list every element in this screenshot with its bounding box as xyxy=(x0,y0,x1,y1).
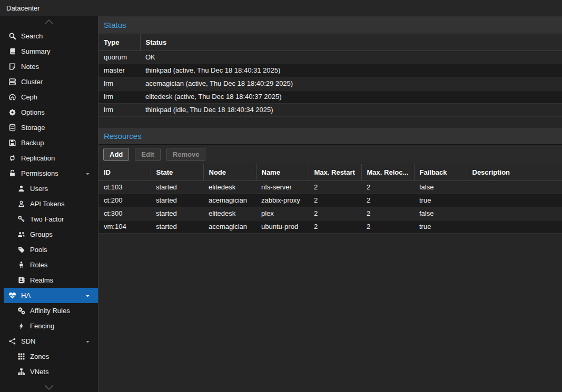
sidebar-item-replication[interactable]: Replication xyxy=(4,150,98,166)
cell: 2 xyxy=(309,180,361,194)
sidebar-item-label: Two Factor xyxy=(30,215,64,223)
resources-toolbar: AddEditRemove xyxy=(98,145,562,164)
sidebar-item-vnets[interactable]: VNets xyxy=(4,364,98,379)
cell: ubuntu-prod xyxy=(256,220,309,233)
table-row[interactable]: lrmthinkpad (idle, Thu Dec 18 18:40:34 2… xyxy=(98,103,562,116)
gears-icon xyxy=(17,307,25,315)
cell: started xyxy=(151,220,203,233)
tag-icon xyxy=(17,246,25,254)
table-row[interactable]: lrmacemagician (active, Thu Dec 18 18:40… xyxy=(98,77,562,90)
column-header-description[interactable]: Description xyxy=(467,164,562,180)
sidebar-item-backup[interactable]: Backup xyxy=(4,135,98,150)
column-header-state[interactable]: State xyxy=(151,164,203,180)
sidebar-item-zones[interactable]: Zones xyxy=(4,349,98,364)
table-row[interactable]: lrmelitedesk (active, Thu Dec 18 18:40:3… xyxy=(98,90,562,103)
sidebar-item-summary[interactable]: Summary xyxy=(4,44,98,59)
users-icon xyxy=(17,230,25,238)
resources-panel-title: Resources xyxy=(104,132,142,140)
sidebar-item-label: Notes xyxy=(21,63,39,71)
sidebar-item-cluster[interactable]: Cluster xyxy=(4,74,98,89)
cell: elitedesk (active, Thu Dec 18 18:40:37 2… xyxy=(140,90,562,103)
cell: quorum xyxy=(98,51,140,64)
male-icon xyxy=(17,261,25,269)
cell xyxy=(467,220,562,233)
cell: 2 xyxy=(361,220,414,233)
scroll-down-indicator[interactable] xyxy=(0,379,98,392)
cell: 2 xyxy=(361,207,414,220)
column-header-name[interactable]: Name xyxy=(256,164,309,180)
sidebar-item-permissions[interactable]: Permissions xyxy=(4,166,98,181)
cell xyxy=(467,194,562,207)
sidebar-item-two-factor[interactable]: Two Factor xyxy=(4,212,98,227)
table-row[interactable]: quorumOK xyxy=(98,51,562,64)
sidebar-item-storage[interactable]: Storage xyxy=(4,120,98,135)
scroll-up-indicator[interactable] xyxy=(0,16,98,28)
cell: 2 xyxy=(309,220,361,233)
sidebar-item-sdn[interactable]: SDN xyxy=(4,334,98,349)
column-header-max-reloc[interactable]: Max. Reloc... xyxy=(361,164,414,180)
sidebar-item-api-tokens[interactable]: API Tokens xyxy=(4,196,98,212)
table-row[interactable]: vm:104startedacemagicianubuntu-prod22tru… xyxy=(98,220,562,233)
sidebar-item-label: VNets xyxy=(30,368,48,376)
column-header-failback[interactable]: Failback xyxy=(414,164,467,180)
table-row[interactable]: masterthinkpad (active, Thu Dec 18 18:40… xyxy=(98,64,562,77)
table-row[interactable]: ct:300startedelitedeskplex22false xyxy=(98,207,562,220)
sidebar-item-pools[interactable]: Pools xyxy=(4,242,98,257)
sidebar-item-realms[interactable]: Realms xyxy=(4,273,98,288)
cell: started xyxy=(151,207,203,220)
sidebar-item-label: Groups xyxy=(30,230,53,238)
cell: thinkpad (idle, Thu Dec 18 18:40:34 2025… xyxy=(140,103,562,116)
cell: lrm xyxy=(98,90,140,103)
heartbeat-icon xyxy=(8,292,16,299)
chevron-down-icon[interactable] xyxy=(85,338,91,346)
sidebar-item-label: Replication xyxy=(21,154,55,162)
column-header-id[interactable]: ID xyxy=(98,164,151,180)
table-row[interactable]: ct:200startedacemagicianzabbix-proxy22tr… xyxy=(98,194,562,207)
sidebar-item-fencing[interactable]: Fencing xyxy=(4,318,98,334)
sidebar-item-roles[interactable]: Roles xyxy=(4,257,98,273)
cell: 2 xyxy=(361,180,414,194)
sidebar-item-users[interactable]: Users xyxy=(4,181,98,196)
sitemap-icon xyxy=(17,368,25,376)
sidebar-item-label: Cluster xyxy=(21,78,43,86)
sidebar-item-label: Storage xyxy=(21,124,45,132)
chevron-down-icon[interactable] xyxy=(85,293,91,300)
chevron-down-icon[interactable] xyxy=(85,170,91,178)
edit-button[interactable]: Edit xyxy=(135,148,161,161)
cell: elitedesk xyxy=(203,207,256,220)
sidebar-item-affinity-rules[interactable]: Affinity Rules xyxy=(4,303,98,318)
remove-button[interactable]: Remove xyxy=(166,148,206,161)
column-header-type[interactable]: Type xyxy=(98,34,140,51)
column-header-max-restart[interactable]: Max. Restart xyxy=(309,164,361,180)
sidebar-item-options[interactable]: Options xyxy=(4,105,98,120)
cell xyxy=(467,180,562,194)
add-button[interactable]: Add xyxy=(103,148,129,161)
column-header-status[interactable]: Status xyxy=(140,34,562,51)
sidebar-item-search[interactable]: Search xyxy=(4,28,98,44)
page-title: Datacenter xyxy=(6,4,40,12)
sidebar-item-label: Search xyxy=(21,32,43,40)
server-icon xyxy=(8,78,16,86)
sidebar-item-groups[interactable]: Groups xyxy=(4,227,98,242)
sidebar-item-notes[interactable]: Notes xyxy=(4,59,98,74)
sidebar-item-label: Ceph xyxy=(21,93,37,101)
note-icon xyxy=(8,63,16,71)
cell: false xyxy=(414,180,467,194)
sidebar-item-ceph[interactable]: Ceph xyxy=(4,89,98,105)
sidebar: SearchSummaryNotesClusterCephOptionsStor… xyxy=(0,16,98,392)
cell: 2 xyxy=(309,207,361,220)
resources-panel: Resources AddEditRemove IDStateNodeNameM… xyxy=(98,128,562,392)
table-row[interactable]: ct:103startedelitedesknfs-server22false xyxy=(98,180,562,194)
sidebar-item-label: Permissions xyxy=(21,169,58,177)
retweet-icon xyxy=(8,154,16,162)
floppy-icon xyxy=(8,139,16,147)
sidebar-item-label: Realms xyxy=(30,276,53,284)
cell: ct:200 xyxy=(98,194,151,207)
cell: acemagician (active, Thu Dec 18 18:40:29… xyxy=(140,77,562,90)
cell: acemagician xyxy=(203,220,256,233)
cell: 2 xyxy=(309,194,361,207)
sidebar-nav: SearchSummaryNotesClusterCephOptionsStor… xyxy=(0,28,98,379)
sidebar-item-ha[interactable]: HA xyxy=(4,288,98,303)
database-icon xyxy=(8,124,16,132)
column-header-node[interactable]: Node xyxy=(203,164,256,180)
